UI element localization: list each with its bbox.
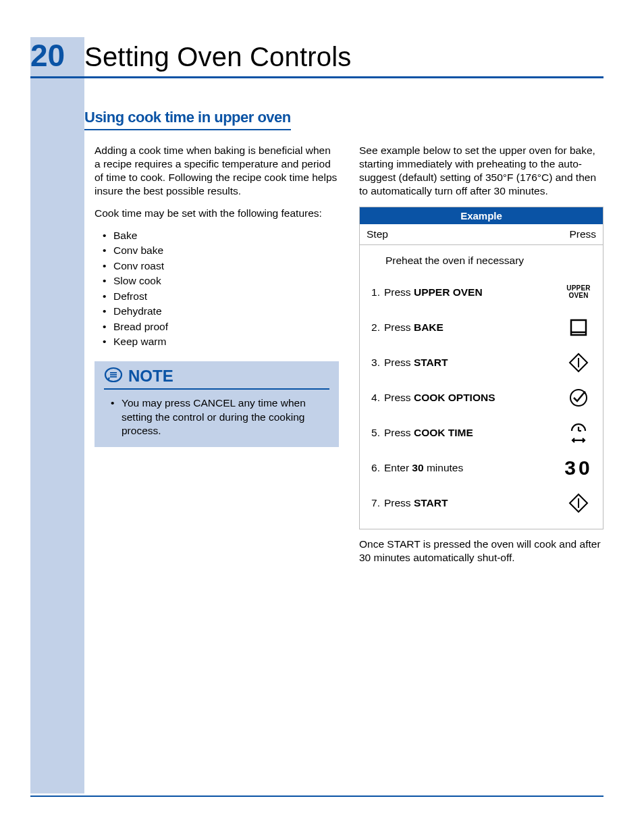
feature-item: Conv roast	[103, 259, 339, 273]
feature-item: Dehydrate	[103, 304, 339, 319]
step-number: 1.	[367, 286, 384, 298]
feature-item: Conv bake	[103, 243, 339, 258]
feature-item: Slow cook	[103, 273, 339, 288]
step-text: Press START	[384, 497, 561, 509]
features-list: Bake Conv bake Conv roast Slow cook Defr…	[95, 228, 339, 350]
feature-item: Defrost	[103, 289, 339, 304]
step-number: 5.	[367, 427, 384, 439]
start-icon	[561, 492, 596, 514]
table-row: 7. Press START	[367, 486, 596, 521]
table-row: 6. Enter 30 minutes 30	[367, 450, 596, 486]
digits-icon: 30	[561, 457, 596, 479]
note-icon	[104, 365, 123, 387]
example-subheader: Step Press	[360, 224, 603, 245]
step-number: 7.	[367, 497, 384, 509]
feature-item: Keep warm	[103, 334, 339, 349]
after-table-text: Once START is pressed the oven will cook…	[359, 538, 603, 565]
page-number: 20	[30, 37, 84, 74]
feature-item: Bread proof	[103, 319, 339, 334]
step-number: 2.	[367, 321, 384, 334]
upper-oven-icon: UPPER OVEN	[561, 285, 596, 299]
left-column: Adding a cook time when baking is benefi…	[95, 144, 339, 565]
note-title: NOTE	[128, 367, 173, 386]
sidebar-accent	[30, 37, 84, 793]
bake-icon	[561, 317, 596, 338]
table-row: 4. Press COOK OPTIONS	[367, 380, 596, 415]
table-row: 1. Press UPPER OVEN UPPER OVEN	[367, 275, 596, 310]
col-press: Press	[569, 228, 596, 240]
note-item: You may press CANCEL any time when setti…	[111, 396, 329, 437]
example-intro: See example below to set the upper oven …	[359, 144, 603, 199]
page-header: 20 Setting Oven Controls	[30, 37, 603, 75]
right-column: See example below to set the upper oven …	[359, 144, 603, 565]
step-number: 4.	[367, 392, 384, 404]
example-table: Example Step Press Preheat the oven if n…	[359, 207, 603, 529]
preheat-text: Preheat the oven if necessary	[367, 251, 596, 275]
table-row: 5. Press COOK TIME	[367, 415, 596, 450]
col-step: Step	[367, 228, 388, 240]
page-title: Setting Oven Controls	[84, 42, 603, 75]
start-icon	[561, 352, 596, 373]
step-text: Press BAKE	[384, 321, 561, 334]
cook-time-icon	[561, 421, 596, 444]
cook-options-icon	[561, 388, 596, 408]
intro-paragraph: Adding a cook time when baking is benefi…	[95, 144, 339, 199]
footer-rule	[30, 796, 603, 797]
feature-item: Bake	[103, 228, 339, 243]
features-intro: Cook time may be set with the following …	[95, 207, 339, 220]
table-row: 2. Press BAKE	[367, 310, 596, 345]
step-text: Press START	[384, 357, 561, 369]
step-text: Press COOK OPTIONS	[384, 392, 561, 404]
step-number: 3.	[367, 357, 384, 369]
title-rule	[30, 76, 603, 78]
note-box: NOTE You may press CANCEL any time when …	[95, 361, 339, 446]
step-text: Press COOK TIME	[384, 427, 561, 439]
example-header: Example	[360, 207, 603, 224]
table-row: 3. Press START	[367, 345, 596, 380]
section-heading: Using cook time in upper oven	[84, 109, 291, 130]
step-text: Press UPPER OVEN	[384, 286, 561, 298]
step-number: 6.	[367, 462, 384, 474]
step-text: Enter 30 minutes	[384, 462, 561, 474]
